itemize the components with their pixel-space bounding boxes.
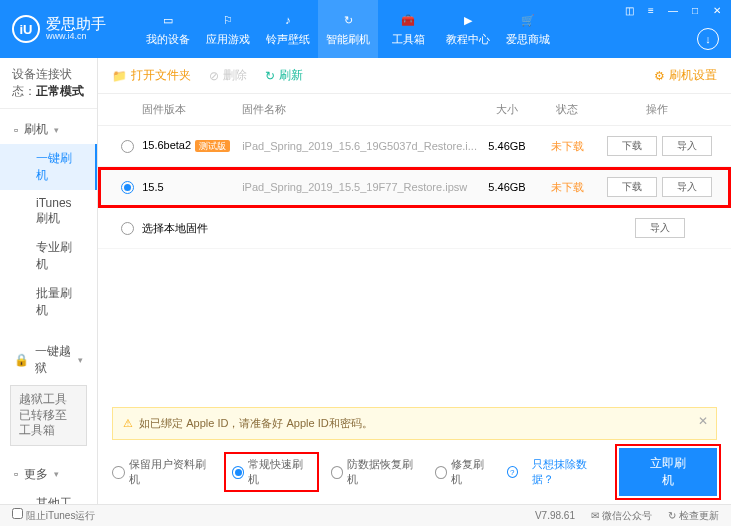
info-icon[interactable]: ? (507, 466, 519, 478)
close-alert-icon[interactable]: ✕ (698, 414, 708, 428)
sidebar-more-head[interactable]: ▫更多▾ (0, 460, 97, 489)
check-update-link[interactable]: ↻检查更新 (668, 509, 719, 523)
sidebar-itunes-flash[interactable]: iTunes刷机 (0, 190, 97, 233)
download-button[interactable]: 下载 (607, 177, 657, 197)
gear-icon: ⚙ (654, 69, 665, 83)
update-icon: ↻ (668, 510, 676, 521)
chevron-down-icon: ▾ (78, 355, 83, 365)
block-itunes-checkbox[interactable]: 阻止iTunes运行 (12, 508, 95, 523)
mode-keep-data[interactable]: 保留用户资料刷机 (112, 457, 212, 487)
firmware-row[interactable]: 15.6beta2测试版 iPad_Spring_2019_15.6_19G50… (98, 126, 731, 167)
brand-name: 爱思助手 (46, 16, 106, 33)
wechat-link[interactable]: ✉微信公众号 (591, 509, 652, 523)
radio-button[interactable] (121, 140, 134, 153)
device-icon: ▭ (159, 11, 177, 29)
nav-apps[interactable]: ⚐应用游戏 (198, 0, 258, 58)
chevron-down-icon: ▾ (54, 125, 59, 135)
sidebar-flash-head[interactable]: ▫刷机▾ (0, 115, 97, 144)
logo: iU 爱思助手 www.i4.cn (0, 0, 118, 58)
chevron-down-icon: ▾ (54, 469, 59, 479)
logo-icon: iU (12, 15, 40, 43)
warning-icon: ⚠ (123, 417, 133, 430)
music-icon: ♪ (279, 11, 297, 29)
radio-button[interactable] (121, 181, 134, 194)
nav-my-device[interactable]: ▭我的设备 (138, 0, 198, 58)
sidebar-other-tools[interactable]: 其他工具 (0, 489, 97, 504)
sidebar-oneclick-flash[interactable]: 一键刷机 (0, 144, 97, 190)
table-header: 固件版本 固件名称 大小 状态 操作 (98, 94, 731, 126)
nav-ringtones[interactable]: ♪铃声壁纸 (258, 0, 318, 58)
radio-button[interactable] (121, 222, 134, 235)
mode-quick-flash[interactable]: 常规快速刷机 (226, 454, 317, 490)
nav-toolbox[interactable]: 🧰工具箱 (378, 0, 438, 58)
apps-icon: ⚐ (219, 11, 237, 29)
minimize-icon[interactable]: — (665, 4, 681, 16)
sidebar-batch-flash[interactable]: 批量刷机 (0, 279, 97, 325)
delete-button[interactable]: ⊘删除 (209, 67, 247, 84)
open-folder-button[interactable]: 📁打开文件夹 (112, 67, 191, 84)
box-icon: ▫ (14, 123, 18, 137)
import-button[interactable]: 导入 (635, 218, 685, 238)
nav-store[interactable]: 🛒爱思商城 (498, 0, 558, 58)
sidebar-jailbreak-head[interactable]: 🔒一键越狱▾ (0, 337, 97, 383)
lock-icon: 🔒 (14, 353, 29, 367)
download-center-icon[interactable]: ↓ (697, 28, 719, 50)
beta-tag: 测试版 (195, 140, 230, 152)
flash-icon: ↻ (339, 11, 357, 29)
play-icon: ▶ (459, 11, 477, 29)
connection-status: 设备连接状态：正常模式 (0, 58, 97, 109)
mode-anti-recovery[interactable]: 防数据恢复刷机 (331, 457, 420, 487)
wechat-icon: ✉ (591, 510, 599, 521)
menu-icon[interactable]: ≡ (643, 4, 659, 16)
apple-id-alert: ⚠ 如已绑定 Apple ID，请准备好 Apple ID和密码。 ✕ (112, 407, 717, 440)
jailbreak-notice: 越狱工具已转移至工具箱 (10, 385, 87, 446)
erase-only-link[interactable]: 只想抹除数据？ (532, 457, 605, 487)
cart-icon: 🛒 (519, 11, 537, 29)
close-icon[interactable]: ✕ (709, 4, 725, 16)
skin-icon[interactable]: ◫ (621, 4, 637, 16)
import-button[interactable]: 导入 (662, 177, 712, 197)
nav-flash[interactable]: ↻智能刷机 (318, 0, 378, 58)
refresh-icon: ↻ (265, 69, 275, 83)
brand-url: www.i4.cn (46, 32, 106, 42)
flash-now-button[interactable]: 立即刷机 (619, 448, 717, 496)
nav-tutorials[interactable]: ▶教程中心 (438, 0, 498, 58)
sidebar-pro-flash[interactable]: 专业刷机 (0, 233, 97, 279)
toolbox-icon: 🧰 (399, 11, 417, 29)
version-label: V7.98.61 (535, 510, 575, 521)
firmware-row[interactable]: 15.5 iPad_Spring_2019_15.5_19F77_Restore… (98, 167, 731, 208)
local-firmware-row[interactable]: 选择本地固件 导入 (98, 208, 731, 249)
download-button[interactable]: 下载 (607, 136, 657, 156)
flash-settings-button[interactable]: ⚙刷机设置 (654, 67, 717, 84)
delete-icon: ⊘ (209, 69, 219, 83)
folder-icon: 📁 (112, 69, 127, 83)
refresh-button[interactable]: ↻刷新 (265, 67, 303, 84)
maximize-icon[interactable]: □ (687, 4, 703, 16)
import-button[interactable]: 导入 (662, 136, 712, 156)
more-icon: ▫ (14, 467, 18, 481)
mode-repair[interactable]: 修复刷机 (435, 457, 493, 487)
